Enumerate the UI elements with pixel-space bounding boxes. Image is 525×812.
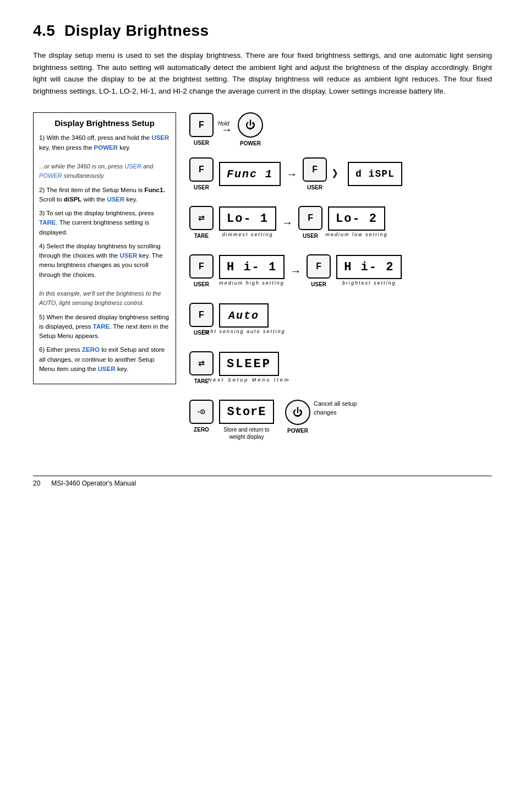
step-3-tare: TARE — [39, 219, 56, 226]
f-key-label-6: F — [316, 261, 321, 271]
f-key-5: F — [189, 254, 214, 279]
f-key-label-4: F — [308, 213, 313, 223]
step-6-zero: ZERO — [82, 346, 100, 353]
step-1-power: POWER — [94, 144, 118, 151]
f-key-6: F — [307, 254, 331, 279]
key-f-user-3: F USER — [303, 157, 327, 190]
user-label-2: USER — [194, 184, 209, 190]
auto-text: Auto — [228, 309, 259, 322]
step-6: 6) Either press ZERO to exit Setup and s… — [39, 345, 170, 374]
tare-icon-2: ⇄ — [198, 359, 205, 368]
diagram-row-2: F USER Func 1 → F USER 》 d iSPL — [189, 157, 492, 190]
user-label-5: USER — [194, 281, 209, 287]
step-6-end: key. — [116, 366, 128, 372]
arrow-4: → — [290, 265, 301, 277]
f-key-label-7: F — [199, 310, 204, 320]
scroll-chevron: 》 — [332, 167, 342, 181]
step-3-end: . The current brightness setting is disp… — [39, 219, 149, 235]
hi2-sublabel: brightest setting — [342, 280, 396, 286]
store-container: StorE Store and return to weight display — [219, 400, 274, 440]
key-f-user-2: F USER — [189, 157, 214, 190]
step-1-italic: ...or while the 3460 is on, press USER a… — [39, 163, 153, 179]
power-key-group-2: ⏻ POWER — [285, 400, 310, 434]
step-4: 4) Select the display brightness by scro… — [39, 242, 170, 308]
key-f-user-5: F USER — [189, 254, 214, 287]
user-label-1: USER — [194, 140, 209, 146]
diagram-row-5: F USER Auto light sensing auto setting — [189, 303, 492, 336]
title-text: Display Brightness — [64, 22, 209, 39]
step-1-num: 1) With the 3460 off, press and hold the — [39, 134, 151, 141]
diagram-row-1: F USER Hold → ⏻ POWER — [189, 112, 492, 146]
f-key-label-1: F — [199, 120, 204, 130]
intro-paragraph: The display setup menu is used to set th… — [33, 50, 492, 97]
footer: 20 MSI-3460 Operator's Manual — [33, 476, 492, 487]
power-icon-1: ⏻ — [245, 119, 255, 131]
power-icon-2: ⏻ — [293, 407, 303, 418]
step-1: 1) With the 3460 off, press and hold the… — [39, 133, 170, 181]
arrow-3: → — [282, 216, 293, 229]
arrow-2: → — [286, 168, 297, 181]
user-label-6: USER — [311, 281, 326, 287]
tare-key-2: ⇄ — [189, 351, 214, 375]
hi1-sublabel: medium high setting — [219, 280, 285, 286]
auto-display: Auto light sensing auto setting — [219, 303, 269, 328]
func1-text: Func 1 — [227, 168, 273, 181]
step-2-text: 2) The first item of the Setup Menu is F… — [39, 187, 165, 203]
footer-page-num: 20 — [33, 479, 40, 487]
store-display: StorE — [219, 400, 274, 424]
step-5: 5) When the desired display brightness s… — [39, 313, 170, 341]
diSPL-text: d iSPL — [356, 168, 395, 179]
f-key-7: F — [189, 303, 214, 327]
hi2-text: H i- 2 — [344, 260, 394, 274]
f-key-label-2: F — [199, 165, 204, 175]
power-key-group-1: ⏻ POWER — [238, 112, 263, 146]
step-1-end: key. — [118, 144, 130, 151]
steps-column: Display Brightness Setup 1) With the 346… — [33, 112, 176, 384]
sleep-sublabel: Next Setup Menu Item — [208, 377, 291, 383]
step-5-tare: TARE — [91, 323, 110, 330]
zero-label: ZERO — [194, 427, 209, 433]
step-1-mid: key, then press the — [39, 144, 94, 151]
lo1-sublabel: dimmest setting — [222, 232, 273, 237]
section-number: 4.5 — [33, 22, 55, 39]
diagram-row-4: F USER H i- 1 medium high setting → F US… — [189, 254, 492, 287]
step-6-user: USER — [98, 366, 116, 372]
f-key-label-3: F — [312, 165, 318, 175]
power-circle-2: ⏻ — [285, 400, 310, 425]
step-6-text: 6) Either press — [39, 346, 82, 353]
step-3-text: 3) To set up the display brightness, pre… — [39, 210, 154, 216]
key-f-user-1: F USER — [189, 113, 214, 146]
key-tare-1: ⇄ TARE — [189, 206, 214, 239]
f-key-4: F — [298, 206, 322, 230]
hold-label: Hold — [218, 121, 229, 127]
tare-icon-1: ⇄ — [198, 214, 205, 222]
step-4-user: USER — [119, 252, 137, 259]
step-2-end: key. — [124, 196, 137, 203]
tare-label-2: TARE — [194, 378, 209, 384]
power-label-1: POWER — [240, 140, 261, 146]
step-2: 2) The first item of the Setup Menu is F… — [39, 186, 170, 205]
diagram-row-3: ⇄ TARE Lo- 1 dimmest setting → F USER Lo… — [189, 206, 492, 239]
diSPL-display: d iSPL — [348, 162, 402, 186]
step-4-italic: In this example, we'll set the brightnes… — [39, 290, 161, 306]
power-label-2: POWER — [287, 428, 308, 434]
key-zero: -⊙ ZERO — [189, 400, 214, 433]
step-2-user: USER — [107, 196, 124, 203]
hi1-text: H i- 1 — [227, 260, 277, 274]
power-circle-1: ⏻ — [238, 112, 263, 138]
scroll-arrows: 》 — [332, 167, 342, 181]
key-f-user-6: F USER — [307, 254, 331, 287]
setup-title: Display Brightness Setup — [39, 118, 170, 128]
auto-sublabel: light sensing auto setting — [202, 329, 285, 334]
zero-key: -⊙ — [189, 400, 214, 424]
sleep-text: SLEEP — [227, 357, 271, 371]
user-label-4: USER — [303, 233, 318, 239]
func1-display: Func 1 — [219, 162, 281, 186]
key-f-user-4: F USER — [298, 206, 322, 239]
step-3: 3) To set up the display brightness, pre… — [39, 209, 170, 237]
footer-manual: MSI-3460 Operator's Manual — [51, 479, 136, 487]
f-key-3: F — [303, 157, 327, 182]
f-key-label-5: F — [199, 261, 204, 271]
diagram-row-7: -⊙ ZERO StorE Store and return to weight… — [189, 400, 492, 443]
zero-icon: -⊙ — [198, 408, 205, 416]
